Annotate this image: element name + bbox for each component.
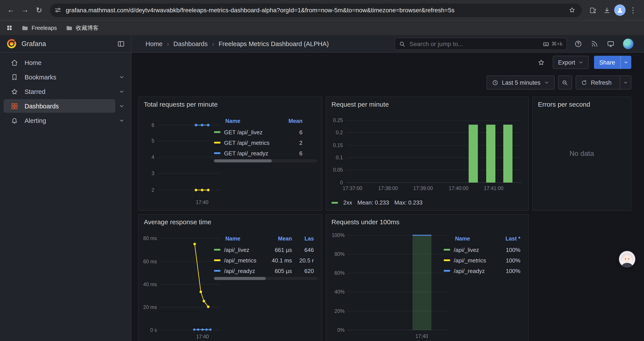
svg-text:17:40: 17:40 [196,199,208,205]
screen: ← → ↻ ⋮ Freel [0,0,644,341]
legend-header[interactable]: Name Last * [444,233,523,244]
legend-row[interactable]: /api/_metrics 100% [444,255,523,265]
series-label[interactable]: /api/_livez [224,246,250,253]
series-label[interactable]: GET /api/_metrics [224,139,270,146]
user-avatar[interactable] [623,39,634,49]
sidebar-item-label: Dashboards [24,103,59,110]
panel-title[interactable]: Request per minute [332,101,389,108]
sidebar-item-home[interactable]: Home [0,55,131,70]
floating-avatar[interactable] [619,251,635,267]
legend-col-name[interactable]: Name [444,236,497,242]
refresh-interval-caret[interactable] [620,76,631,89]
legend-row[interactable]: /api/_livez 661 µs 646 [214,244,318,255]
grafana-app: Grafana Home › Dashboards › Freeleaps Me… [0,35,644,341]
refresh-main[interactable]: Refresh [576,76,616,89]
legend-header[interactable]: Name Mean Las [214,233,318,244]
no-data-text: No data [533,97,631,210]
zoom-out-button[interactable] [558,76,572,90]
legend-col-last[interactable]: Last * [497,236,520,242]
collapse-sidebar-icon[interactable] [117,40,125,48]
legend-header[interactable]: Name Mean [214,115,318,127]
share-caret[interactable] [620,56,631,69]
sidebar-link-bookmarks[interactable]: Bookmarks [4,70,115,84]
panel-title[interactable]: Total requests per minute [144,101,218,108]
series-label[interactable]: /api/_readyz [454,267,485,274]
grafana-logo[interactable] [6,38,17,49]
chevron-down-icon[interactable] [115,103,128,109]
sidebar-item-starred[interactable]: Starred [0,84,131,99]
legend-col-last[interactable]: Las [292,236,314,242]
svg-text:80%: 80% [334,251,344,257]
sidebar-link-home[interactable]: Home [4,56,115,69]
share-label[interactable]: Share [594,56,620,69]
series-label[interactable]: /api/_metrics [454,257,486,263]
scrollbar-thumb[interactable] [214,277,266,280]
scrollbar-thumb[interactable] [214,159,272,162]
export-label: Export [558,59,575,66]
clock-icon [492,79,498,86]
sidebar-item-bookmarks[interactable]: Bookmarks [0,70,131,84]
menu-icon[interactable]: ⋮ [626,4,640,17]
profile-avatar[interactable] [614,5,626,16]
rss-icon[interactable] [590,40,598,48]
series-label[interactable]: GET /api/_readyz [224,150,268,156]
reload-icon[interactable]: ↻ [32,4,46,17]
monitor-icon[interactable] [607,40,615,48]
series-label[interactable]: /api/_livez [454,246,479,253]
legend-row[interactable]: /api/_livez 100% [444,244,523,255]
legend-row[interactable]: GET /api/_metrics 2 [214,137,318,148]
share-button[interactable]: Share [594,56,631,69]
legend-col-name[interactable]: Name [214,236,268,242]
search-box[interactable]: ⌘+k [394,38,567,50]
sidebar-link-alerting[interactable]: Alerting [4,114,115,127]
series-label[interactable]: /api/_readyz [224,267,255,274]
apps-grid-icon[interactable] [6,25,13,31]
series-label[interactable]: /api/_metrics [224,257,256,263]
svg-text:20 ms: 20 ms [143,304,157,310]
legend-col-mean[interactable]: Mean [276,118,302,124]
panel-title[interactable]: Requests under 100ms [332,218,400,226]
back-icon[interactable]: ← [4,4,18,17]
chevron-down-icon[interactable] [115,89,128,94]
breadcrumb-dashboards[interactable]: Dashboards [174,40,208,47]
bookmark-folder-freeleaps[interactable]: Freeleaps [22,24,57,31]
legend-col-name[interactable]: Name [214,118,276,124]
legend-scrollbar[interactable] [214,159,318,162]
legend-row[interactable]: GET /api/_readyz 6 [214,148,318,158]
time-range-picker[interactable]: Last 5 minutes [486,76,554,90]
sidebar-link-starred[interactable]: Starred [4,85,115,98]
legend-scrollbar[interactable] [214,277,318,280]
series-label[interactable]: GET /api/_livez [224,129,262,135]
legend-row[interactable]: /api/_metrics 40.1 ms 20.5 r [214,255,318,265]
sidebar-item-alerting[interactable]: Alerting [0,113,131,128]
legend-col-mean[interactable]: Mean [268,236,292,242]
series-color [214,259,220,261]
legend-row[interactable]: /api/_readyz 100% [444,265,523,276]
url-input[interactable] [65,6,563,14]
series-label[interactable]: 2xx [343,199,352,206]
sidebar-link-dashboards[interactable]: Dashboards [4,99,115,113]
omnibox[interactable] [50,3,582,17]
legend-row[interactable]: GET /api/_livez 6 [214,127,318,137]
search-input[interactable] [408,40,540,48]
bookmark-folder-blogs[interactable]: 收藏博客 [66,24,99,32]
series-color [214,142,220,144]
download-icon[interactable] [600,4,613,17]
forward-icon[interactable]: → [18,4,32,17]
help-icon[interactable] [574,40,582,48]
breadcrumb-home[interactable]: Home [146,40,162,47]
legend-row[interactable]: /api/_readyz 605 µs 620 [214,265,318,276]
star-icon [10,88,18,96]
chevron-down-icon[interactable] [115,74,128,80]
panel-title[interactable]: Average response time [144,218,211,226]
favorite-star-icon[interactable] [535,56,548,69]
bookmark-star-icon[interactable] [567,5,577,15]
refresh-button[interactable]: Refresh [576,76,631,90]
sidebar-item-dashboards[interactable]: Dashboards [0,99,131,113]
site-info-icon[interactable] [54,7,62,14]
chevron-down-icon[interactable] [115,118,128,123]
extensions-icon[interactable] [586,4,599,17]
svg-text:0: 0 [340,180,343,185]
panel-errors-per-second: Errors per second No data [532,97,631,211]
export-button[interactable]: Export [553,56,589,69]
